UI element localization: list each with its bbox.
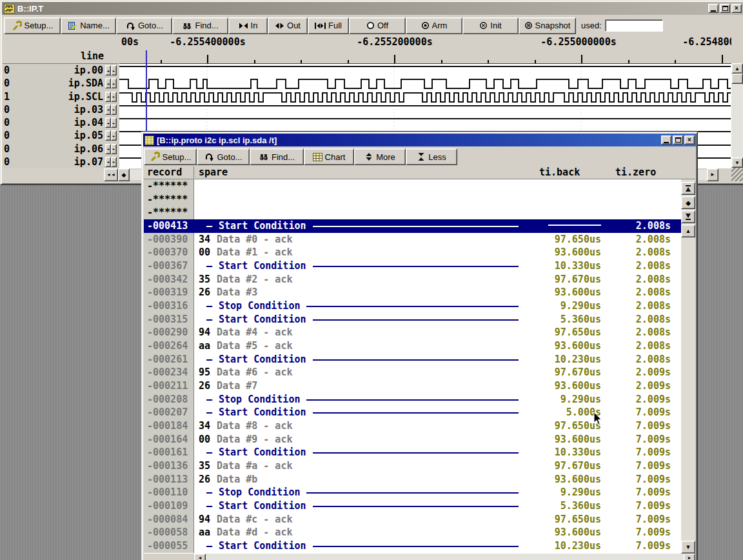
column-header-ti-zero[interactable]: ti.zero [615, 166, 682, 178]
main-titlebar[interactable]: B::IP.T × [2, 2, 743, 15]
arrow-left-icon: ◄ [198, 555, 203, 560]
table-row-condition[interactable]: -000109—Start Condition5.360us7.009s [144, 499, 681, 513]
table-row[interactable]: -00013635Data #a - ack97.670us7.009s [144, 459, 681, 473]
main-in-button[interactable]: In [228, 17, 268, 34]
table-row[interactable]: -00034235Data #2 - ack97.670us2.008s [144, 273, 681, 286]
main-arm-button[interactable]: Arm [406, 17, 462, 34]
table-row[interactable]: -00011326Data #b93.600us7.009s [144, 473, 681, 486]
scroll-bottom-button[interactable] [681, 210, 695, 223]
child-goto-button[interactable]: Goto... [197, 148, 250, 165]
main-name-button[interactable]: Name... [61, 17, 116, 34]
scroll-right-button[interactable]: ► [707, 168, 718, 181]
table-row[interactable]: -****** [144, 206, 681, 219]
scroll-left-fast-button[interactable]: ◄◄ [104, 168, 118, 181]
main-init-button[interactable]: Init [462, 17, 519, 34]
signal-name[interactable]: ip.07 [15, 156, 103, 168]
track-center-button[interactable]: ◆ [118, 168, 130, 181]
column-header-record[interactable]: record [144, 166, 194, 178]
spin-left-button[interactable]: ◄ [105, 117, 111, 128]
spin-right-button[interactable]: ► [111, 92, 117, 102]
signal-name[interactable]: ip.SCL [15, 91, 103, 103]
table-row[interactable]: -00037000Data #1 - ack93.600us2.008s [144, 246, 681, 259]
main-setup-button[interactable]: Setup... [4, 17, 61, 34]
child-find-button[interactable]: Find... [250, 148, 304, 165]
child-more-button[interactable]: More [354, 148, 406, 165]
main-out-button[interactable]: Out [268, 17, 308, 34]
main-vertical-scrollbar[interactable]: ▲ ▼ [731, 63, 743, 168]
table-row-condition[interactable]: -000261—Start Condition10.230us2.008s [144, 353, 681, 366]
signal-name[interactable]: ip.SDA [15, 77, 103, 89]
table-row[interactable]: -000264aaData #5 - ack93.600us2.008s [144, 339, 681, 353]
spin-left-button[interactable]: ◄ [105, 144, 111, 154]
spin-left-button[interactable]: ◄ [105, 130, 111, 141]
scroll-top-button[interactable] [681, 182, 695, 195]
main-full-button[interactable]: Full [308, 17, 349, 34]
column-header-spare[interactable]: spare [194, 166, 539, 178]
child-horizontal-scrollbar[interactable]: ◄ ► [144, 554, 695, 560]
table-row[interactable]: -000058aaData #d - ack93.600us7.009s [144, 526, 681, 539]
child-titlebar[interactable]: [B::ip.proto i2c ip.scl ip.sda /t] × [143, 134, 696, 146]
record-table[interactable]: -******-******-******-000413—Start Condi… [144, 179, 681, 554]
signal-name[interactable]: ip.04 [15, 117, 103, 128]
spin-right-button[interactable]: ► [111, 130, 117, 141]
table-row-condition[interactable]: -000316—Stop Condition9.290us2.008s [144, 299, 681, 313]
spin-left-button[interactable]: ◄ [105, 65, 111, 75]
table-row[interactable]: -00008494Data #c - ack97.650us7.009s [144, 513, 681, 526]
scroll-left-button[interactable]: ◄ [194, 554, 206, 560]
scroll-up-button[interactable]: ▲ [731, 63, 743, 74]
spin-right-button[interactable]: ► [111, 117, 117, 128]
spin-right-button[interactable]: ► [111, 65, 117, 75]
scroll-up-button[interactable]: ▲ [681, 225, 695, 237]
child-chart-button[interactable]: Chart [304, 148, 354, 165]
child-setup-button[interactable]: Setup... [144, 148, 197, 165]
table-row[interactable]: -00039034Data #0 - ack97.650us2.008s [144, 233, 681, 246]
table-row-condition[interactable]: -000208—Stop Condition9.290us2.009s [144, 393, 681, 406]
scroll-right-button[interactable]: ► [684, 554, 695, 560]
table-row[interactable]: -00029094Data #4 - ack97.650us2.008s [144, 326, 681, 339]
table-row[interactable]: -00016400Data #9 - ack93.600us7.009s [144, 433, 681, 446]
child-close-button[interactable]: × [684, 135, 695, 145]
main-off-button[interactable]: Off [349, 17, 406, 34]
child-maximize-button[interactable] [673, 135, 683, 145]
spin-left-button[interactable]: ◄ [105, 157, 111, 167]
scroll-down-button[interactable]: ▼ [731, 157, 743, 168]
child-minimize-button[interactable] [661, 135, 671, 145]
child-vertical-scrollbar[interactable]: ◆ ▲ ▼ [681, 179, 695, 554]
table-row-condition[interactable]: -000055—Start Condition10.230us7.009s [144, 539, 681, 553]
table-row-condition[interactable]: -000413—Start Condition2.008s [144, 219, 681, 233]
hscroll-track[interactable] [206, 554, 684, 560]
signal-name[interactable]: ip.03 [15, 104, 103, 115]
table-row[interactable]: -00031926Data #393.600us2.008s [144, 286, 681, 299]
signal-name[interactable]: ip.06 [15, 143, 103, 155]
table-row[interactable]: -00023495Data #6 - ack97.670us2.009s [144, 366, 681, 379]
scroll-down-button[interactable]: ▼ [681, 541, 695, 554]
main-maximize-button[interactable] [720, 4, 730, 13]
main-minimize-button[interactable] [708, 4, 718, 13]
spin-right-button[interactable]: ► [111, 157, 117, 167]
resize-grip[interactable] [731, 168, 743, 181]
spin-right-button[interactable]: ► [111, 144, 117, 154]
timeline-scale[interactable]: 00s-6.255400000s-6.255200000s-6.25500000… [119, 35, 731, 64]
signal-name[interactable]: ip.05 [15, 130, 103, 141]
spin-right-button[interactable]: ► [111, 78, 117, 88]
table-row-condition[interactable]: -000367—Start Condition10.330us2.008s [144, 259, 681, 273]
table-row-condition[interactable]: -000110—Stop Condition9.290us7.009s [144, 486, 681, 499]
table-row[interactable]: -****** [144, 193, 681, 206]
table-row[interactable]: -00021126Data #793.600us2.009s [144, 379, 681, 393]
table-row[interactable]: -****** [144, 179, 681, 193]
scrollbar-thumb[interactable] [731, 74, 743, 84]
goto-track-button[interactable]: ◆ [681, 196, 695, 209]
main-close-button[interactable]: × [731, 4, 742, 13]
column-header-ti-back[interactable]: ti.back [539, 166, 615, 178]
table-row-condition[interactable]: -000161—Start Condition10.330us7.009s [144, 446, 681, 459]
table-row-condition[interactable]: -000315—Start Condition5.360us2.008s [144, 313, 681, 326]
spin-left-button[interactable]: ◄ [105, 78, 111, 88]
spin-left-button[interactable]: ◄ [105, 92, 111, 102]
spin-right-button[interactable]: ► [111, 105, 117, 115]
main-snapshot-button[interactable]: Snapshot [519, 17, 576, 34]
child-less-button[interactable]: Less [406, 148, 457, 165]
main-goto-button[interactable]: Goto... [116, 17, 172, 34]
signal-name[interactable]: ip.00 [15, 65, 103, 76]
spin-left-button[interactable]: ◄ [105, 105, 111, 115]
main-find-button[interactable]: Find... [172, 17, 228, 34]
